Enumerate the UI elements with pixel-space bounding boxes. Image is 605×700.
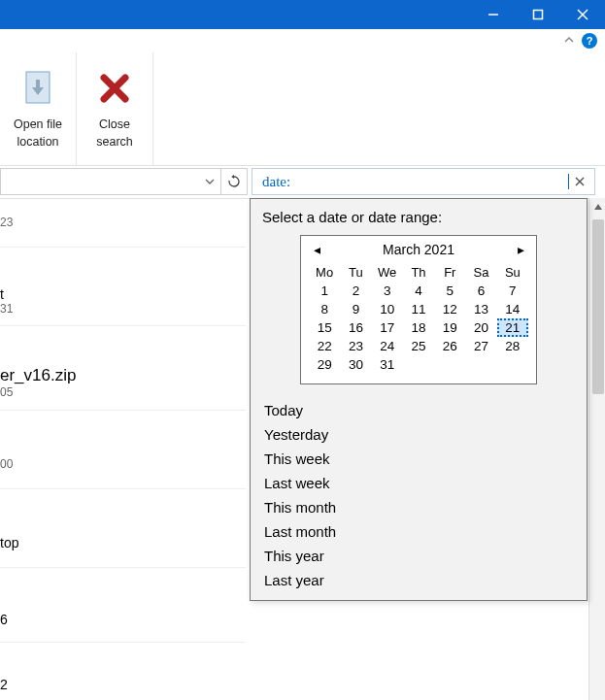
calendar-day[interactable]: 27 [465, 337, 496, 355]
refresh-button[interactable] [220, 169, 247, 194]
date-range-flyout: Select a date or date range: ◂ March 202… [250, 198, 588, 601]
calendar-day[interactable]: 17 [372, 318, 403, 337]
calendar-day[interactable]: 11 [403, 300, 434, 318]
close-button[interactable] [560, 0, 605, 29]
calendar-day[interactable]: 31 [372, 355, 403, 374]
calendar-day[interactable]: 13 [465, 300, 496, 318]
calendar-day[interactable]: 10 [372, 300, 403, 318]
date-range-item[interactable]: This week [262, 447, 575, 471]
open-file-location-label-1: Open file [14, 117, 62, 132]
list-item[interactable]: 6 [0, 597, 246, 643]
maximize-button[interactable] [516, 0, 560, 29]
calendar-day[interactable]: 18 [403, 318, 434, 337]
calendar-day[interactable]: 19 [434, 318, 465, 337]
date-range-item[interactable]: Last month [262, 519, 575, 544]
svg-rect-1 [534, 11, 543, 19]
refresh-icon [227, 175, 241, 188]
titlebar [0, 0, 605, 29]
calendar-dayofweek: Mo [309, 263, 340, 282]
list-item-sub: 23 [0, 216, 246, 229]
date-range-list: TodayYesterdayThis weekLast weekThis mon… [262, 398, 575, 592]
close-search-button[interactable]: Close search [77, 52, 153, 165]
calendar-dayofweek: Th [403, 263, 434, 282]
close-search-label-1: Close [99, 117, 130, 132]
calendar-day[interactable]: 8 [309, 300, 340, 318]
calendar-prev-button[interactable]: ◂ [309, 242, 324, 257]
calendar-day[interactable]: 9 [340, 300, 371, 318]
calendar-day[interactable]: 26 [434, 337, 465, 355]
calendar-day[interactable]: 15 [309, 318, 340, 337]
address-row: date: [0, 165, 605, 199]
calendar-dayofweek: Fr [434, 263, 465, 282]
date-range-item[interactable]: Today [262, 398, 575, 422]
date-range-item[interactable]: This month [262, 495, 575, 519]
list-item[interactable]: 23 [0, 198, 246, 248]
flyout-heading: Select a date or date range: [262, 209, 575, 225]
calendar-day[interactable]: 20 [465, 318, 496, 337]
open-file-location-button[interactable]: Open file location [0, 52, 77, 165]
calendar-dayofweek: Sa [465, 263, 496, 282]
date-range-item[interactable]: Last week [262, 471, 575, 495]
date-range-item[interactable]: Last year [262, 568, 575, 592]
calendar: ◂ March 2021 ▸ MoTuWeThFrSaSu12345678910… [300, 235, 537, 384]
address-dropdown[interactable] [199, 169, 220, 194]
calendar-day[interactable]: 22 [309, 337, 340, 355]
calendar-next-button[interactable]: ▸ [513, 242, 528, 257]
calendar-title[interactable]: March 2021 [324, 242, 513, 257]
list-item-name: 2 [0, 677, 246, 692]
close-search-label-2: search [96, 134, 133, 150]
minimize-button[interactable] [471, 0, 516, 29]
scroll-up-icon[interactable] [589, 198, 605, 216]
calendar-day[interactable]: 24 [372, 337, 403, 355]
calendar-grid: MoTuWeThFrSaSu12345678910111213141516171… [309, 263, 528, 374]
calendar-dayofweek: Su [497, 263, 528, 282]
open-file-location-icon [11, 60, 65, 115]
chevron-up-icon[interactable] [562, 33, 576, 50]
list-item[interactable]: top [0, 518, 246, 568]
list-item-name: top [0, 535, 246, 550]
minimize-icon [487, 9, 499, 20]
calendar-day[interactable]: 7 [497, 282, 528, 300]
calendar-day[interactable]: 2 [340, 282, 371, 300]
list-item[interactable]: 2 [0, 662, 246, 700]
calendar-day[interactable]: 6 [465, 282, 496, 300]
calendar-day[interactable]: 30 [340, 355, 371, 374]
calendar-day[interactable]: 4 [403, 282, 434, 300]
list-item-name: t [0, 286, 246, 302]
calendar-day: . [465, 355, 496, 374]
date-range-item[interactable]: This year [262, 544, 575, 568]
vertical-scrollbar[interactable] [588, 198, 605, 700]
chevron-down-icon [205, 177, 215, 186]
list-item-sub: 31 [0, 302, 246, 316]
calendar-day[interactable]: 25 [403, 337, 434, 355]
scroll-thumb[interactable] [592, 219, 604, 394]
calendar-day[interactable]: 21 [497, 318, 528, 337]
search-box[interactable]: date: [252, 168, 595, 195]
list-item[interactable]: 00 [0, 440, 246, 489]
calendar-day[interactable]: 1 [309, 282, 340, 300]
list-item[interactable]: t 31 [0, 277, 246, 326]
calendar-day: . [434, 355, 465, 374]
calendar-day[interactable]: 16 [340, 318, 371, 337]
calendar-day[interactable]: 12 [434, 300, 465, 318]
help-button[interactable]: ? [582, 33, 597, 49]
calendar-day[interactable]: 14 [497, 300, 528, 318]
calendar-day[interactable]: 28 [497, 337, 528, 355]
window-root: ? Open file location Close search [0, 0, 605, 700]
calendar-dayofweek: We [372, 263, 403, 282]
list-item[interactable]: er_v16.zip 05 [0, 355, 246, 411]
clear-search-button[interactable] [569, 171, 590, 192]
calendar-day[interactable]: 3 [372, 282, 403, 300]
svg-marker-11 [594, 204, 602, 210]
maximize-icon [532, 9, 544, 20]
address-bar[interactable] [0, 168, 248, 195]
calendar-day[interactable]: 5 [434, 282, 465, 300]
close-icon [577, 9, 588, 20]
calendar-day: . [497, 355, 528, 374]
calendar-day[interactable]: 29 [309, 355, 340, 374]
list-item-sub: 00 [0, 457, 246, 471]
date-range-item[interactable]: Yesterday [262, 422, 575, 447]
calendar-day: . [403, 355, 434, 374]
ribbon-collapse-strip: ? [0, 29, 605, 53]
calendar-day[interactable]: 23 [340, 337, 371, 355]
